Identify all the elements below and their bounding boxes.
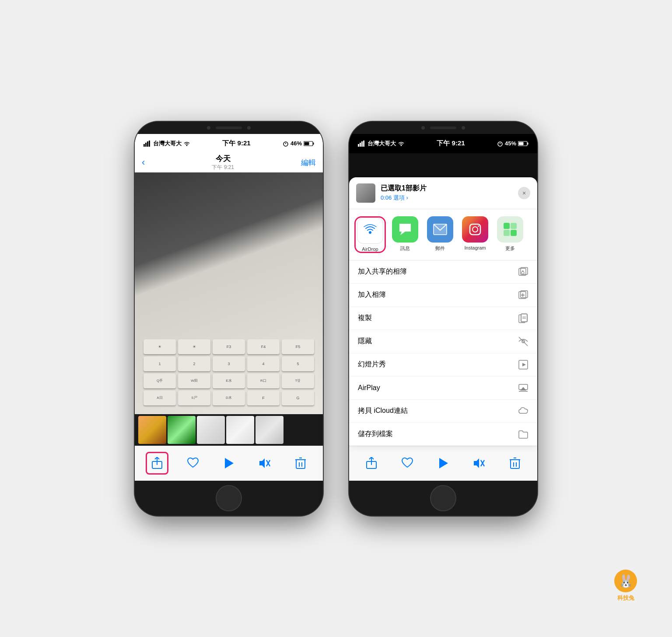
instagram-label: Instagram — [465, 245, 486, 250]
svg-marker-12 — [225, 458, 234, 468]
action-label-shared-album: 加入共享的相簿 — [358, 267, 407, 276]
left-status-bar: 台灣大哥大 下午 9:21 46% — [135, 134, 323, 153]
svg-rect-3 — [149, 141, 150, 147]
action-add-album[interactable]: 加入相簿 — [349, 284, 537, 307]
alarm-icon-right — [497, 141, 503, 147]
film-thumb-5[interactable] — [256, 416, 284, 444]
play-button-right[interactable] — [432, 452, 455, 475]
action-label-slideshow: 幻燈片秀 — [358, 360, 386, 369]
messages-bubble-icon — [398, 222, 413, 237]
speaker-bar-left — [216, 127, 242, 129]
svg-point-42 — [522, 271, 524, 274]
share-button-left[interactable] — [146, 452, 168, 475]
key-f2: ☀ — [178, 339, 210, 354]
edit-button-left[interactable]: 編輯 — [301, 158, 316, 168]
key-d: D木 — [213, 391, 245, 405]
svg-point-43 — [522, 270, 524, 271]
left-nav-title: 今天 下午 9:21 — [212, 154, 234, 171]
film-thumb-1[interactable] — [138, 416, 166, 444]
svg-point-24 — [401, 144, 402, 146]
back-button-left[interactable]: ‹ — [142, 157, 145, 168]
share-icon — [151, 457, 163, 469]
play-button-left[interactable] — [217, 452, 240, 475]
film-thumb-3[interactable] — [197, 416, 225, 444]
key-f1: ☀ — [144, 339, 176, 354]
phone-top-left — [135, 122, 323, 134]
copy-svg — [518, 313, 528, 324]
mail-icon — [427, 216, 453, 243]
speaker-bar-right — [430, 127, 456, 129]
mute-button-left[interactable] — [253, 452, 276, 475]
svg-rect-0 — [144, 144, 145, 147]
more-label: 更多 — [505, 245, 515, 252]
action-save-file[interactable]: 儲存到檔案 — [349, 423, 537, 446]
title-today: 今天 — [212, 154, 234, 164]
copy-icon — [518, 313, 528, 324]
svg-rect-1 — [145, 143, 147, 147]
mute-button-right[interactable] — [468, 452, 490, 475]
messages-icon — [392, 216, 418, 243]
time-left: 下午 9:21 — [222, 139, 250, 148]
mail-label: 郵件 — [435, 245, 445, 252]
share-title: 已選取1部影片 — [381, 184, 518, 193]
key-f: F — [247, 391, 280, 405]
svg-point-4 — [186, 144, 188, 146]
svg-rect-2 — [147, 141, 148, 147]
key-g: G — [282, 391, 314, 405]
airdrop-icon-wrap[interactable]: AirDrop — [354, 216, 386, 253]
mail-icon-wrap[interactable]: 郵件 — [424, 216, 456, 253]
action-slideshow[interactable]: 幻燈片秀 — [349, 353, 537, 377]
delete-button-right[interactable] — [504, 452, 526, 475]
keyboard-grid: ☀ ☀ F3 F4 F5 1 2 3 4 5 Q手 W田 E水 R口 T廿 A日 — [144, 339, 314, 405]
filmstrip-left — [135, 414, 323, 446]
more-icon-wrap[interactable]: 更多 — [494, 216, 526, 253]
share-close-button[interactable]: × — [518, 187, 530, 199]
right-status-right: 45% — [497, 140, 528, 147]
film-thumb-2[interactable] — [168, 416, 196, 444]
action-airplay[interactable]: AirPlay — [349, 377, 537, 400]
messages-icon-wrap[interactable]: 訊息 — [389, 216, 421, 253]
key-3: 3 — [213, 356, 245, 371]
key-q: Q手 — [144, 373, 176, 388]
carrier-right: 台灣大哥大 — [368, 140, 396, 148]
share-button-right[interactable] — [360, 452, 383, 475]
home-button-right[interactable] — [430, 485, 456, 511]
wifi-icon-right — [398, 141, 405, 146]
watermark: 🐰 科技兔 — [614, 570, 637, 602]
battery-icon-right — [518, 141, 528, 146]
action-label-add-album: 加入相簿 — [358, 290, 386, 299]
key-1: 1 — [144, 356, 176, 371]
time-right: 下午 9:21 — [437, 139, 465, 148]
share-header: 已選取1部影片 0:06 選項 › × — [349, 177, 537, 209]
heart-button-right[interactable] — [396, 452, 419, 475]
film-thumb-4[interactable] — [226, 416, 254, 444]
svg-rect-20 — [358, 144, 359, 147]
delete-button-left[interactable] — [289, 452, 312, 475]
action-shared-album[interactable]: 加入共享的相簿 — [349, 260, 537, 284]
svg-rect-22 — [361, 141, 363, 147]
app-icons-row: AirDrop 訊息 — [349, 209, 537, 260]
instagram-icon — [462, 216, 488, 243]
action-icloud-link[interactable]: 拷貝 iCloud連結 — [349, 400, 537, 423]
action-label-airplay: AirPlay — [358, 384, 380, 392]
right-status-bar: 台灣大哥大 下午 9:21 45% — [349, 134, 537, 153]
trash-icon-right — [510, 457, 520, 469]
instagram-icon-wrap[interactable]: Instagram — [459, 216, 491, 253]
action-hide[interactable]: 隱藏 — [349, 330, 537, 353]
left-status-left: 台灣大哥大 — [144, 140, 190, 148]
share-thumbnail — [356, 183, 375, 203]
mute-icon — [259, 458, 271, 469]
airdrop-icon — [357, 218, 383, 244]
svg-rect-8 — [313, 142, 314, 144]
carrier-text-left: 台灣大哥大 — [153, 140, 182, 148]
svg-rect-9 — [304, 142, 309, 145]
slideshow-svg — [518, 359, 528, 370]
battery-icon-left — [304, 141, 314, 146]
action-copy[interactable]: 複製 — [349, 307, 537, 330]
home-button-left[interactable] — [216, 485, 242, 511]
phone-bottom-right — [349, 481, 537, 516]
svg-rect-37 — [511, 223, 517, 229]
svg-point-30 — [369, 231, 371, 234]
shared-album-icon — [518, 267, 528, 277]
heart-button-left[interactable] — [182, 452, 204, 475]
